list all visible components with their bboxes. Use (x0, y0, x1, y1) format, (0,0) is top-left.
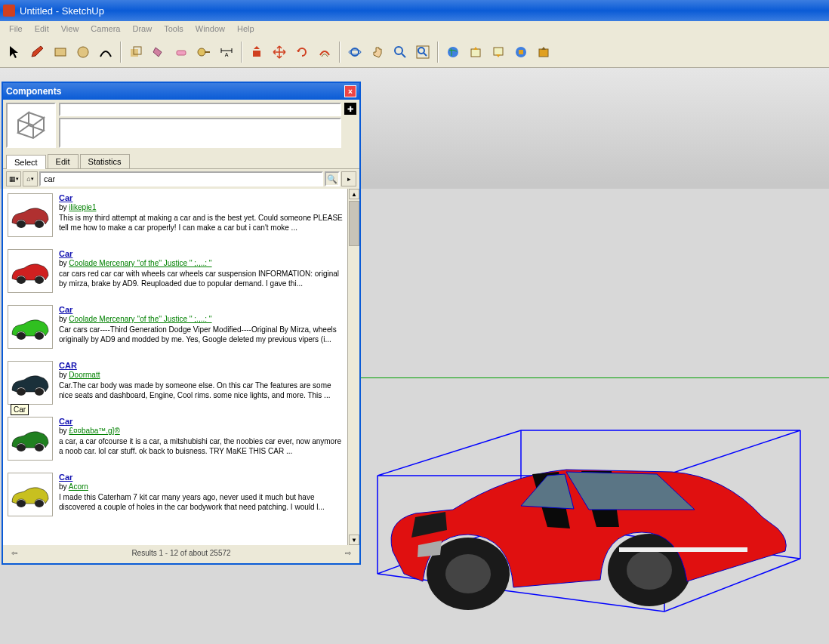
arc-tool[interactable] (95, 42, 116, 63)
result-thumb (8, 305, 53, 349)
horizon-axis (361, 377, 829, 378)
svg-rect-15 (494, 48, 503, 55)
components-panel: Components × ✚ SelectEditStatistics ▦▾ ⌂… (2, 82, 361, 565)
menu-help[interactable]: Help (231, 23, 260, 35)
push-pull-tool[interactable] (246, 42, 267, 63)
panel-preview: ✚ (3, 100, 359, 151)
result-item[interactable]: Carby AcornI made this Caterham 7 kit ca… (3, 468, 347, 524)
result-item[interactable]: Carby ilikepie1This is my third attempt … (3, 189, 347, 245)
share-model-tool[interactable] (488, 42, 509, 63)
panel-tabs: SelectEditStatistics (3, 151, 359, 169)
result-title-link[interactable]: Car (59, 249, 72, 258)
component-name-input[interactable] (59, 103, 341, 116)
svg-point-28 (17, 332, 26, 340)
add-location-tool[interactable] (442, 42, 464, 63)
result-author-link[interactable]: ilikepie1 (69, 203, 96, 211)
result-author-link[interactable]: £¤¤baba™.g]® (69, 427, 119, 435)
expand-button[interactable]: ✚ (344, 103, 356, 115)
result-title-link[interactable]: CAR (59, 361, 77, 370)
svg-rect-4 (177, 51, 186, 55)
svg-point-5 (198, 48, 205, 56)
result-byline: by Acorn (59, 482, 88, 491)
menu-edit[interactable]: Edit (29, 23, 55, 35)
result-thumb (8, 417, 53, 461)
result-byline: by Coolade Mercenary ''of the'' Justice … (59, 315, 212, 323)
result-author-link[interactable]: Coolade Mercenary ''of the'' Justice '' … (69, 259, 211, 267)
scroll-thumb[interactable] (349, 201, 359, 246)
tape-measure-tool[interactable] (193, 42, 214, 63)
search-input[interactable] (39, 171, 323, 186)
result-title-link[interactable]: Car (59, 193, 72, 202)
tab-statistics[interactable]: Statistics (80, 154, 130, 168)
results-count: Results 1 - 12 of about 25572 (131, 549, 230, 557)
extension-tool[interactable] (510, 42, 532, 63)
result-description: car cars red car car with wheels car whe… (59, 269, 343, 288)
get-models-tool[interactable] (465, 42, 486, 63)
titlebar: Untitled - SketchUp (0, 0, 829, 21)
component-desc-input[interactable] (59, 118, 341, 148)
prev-page-arrow[interactable]: ⇦ (9, 547, 20, 558)
orbit-tool[interactable] (344, 42, 365, 63)
result-author-link[interactable]: Doormatt (69, 371, 100, 379)
tab-select[interactable]: Select (6, 155, 46, 169)
pan-tool[interactable] (367, 42, 388, 63)
search-button[interactable]: 🔍 (325, 171, 340, 186)
result-title-link[interactable]: Car (59, 305, 72, 314)
dimension-tool[interactable]: A (216, 42, 237, 63)
paint-bucket-tool[interactable] (148, 42, 169, 63)
rotate-tool[interactable] (291, 42, 313, 63)
svg-rect-2 (131, 49, 138, 57)
circle-tool[interactable] (72, 42, 94, 63)
result-byline: by ilikepie1 (59, 203, 96, 211)
menu-draw[interactable]: Draw (126, 23, 158, 35)
panel-title: Components (6, 86, 61, 97)
menu-view[interactable]: View (55, 23, 85, 35)
preview-thumbnail (6, 103, 56, 148)
make-component-tool[interactable] (125, 42, 146, 63)
menu-file[interactable]: File (3, 23, 29, 35)
zoom-extents-tool[interactable] (412, 42, 433, 63)
toolbar: A (0, 36, 829, 68)
result-description: a car, a car ofcourse it is a car, a mit… (59, 436, 343, 456)
window-title: Untitled - SketchUp (20, 5, 104, 17)
tab-edit[interactable]: Edit (48, 154, 79, 168)
result-description: I made this Caterham 7 kit car many year… (59, 492, 343, 512)
result-title-link[interactable]: Car (59, 417, 72, 426)
view-mode-button[interactable]: ▦▾ (6, 171, 21, 186)
zoom-tool[interactable] (390, 42, 411, 63)
result-title-link[interactable]: Car (59, 473, 72, 482)
rectangle-tool[interactable] (50, 42, 71, 63)
panel-close-button[interactable]: × (344, 85, 356, 97)
svg-point-26 (17, 276, 26, 284)
pencil-tool[interactable] (27, 42, 48, 63)
results-list: Carby ilikepie1This is my third attempt … (3, 189, 347, 545)
svg-point-32 (17, 444, 26, 451)
offset-tool[interactable] (314, 42, 335, 63)
search-options-button[interactable]: ▸ (341, 171, 356, 186)
result-item[interactable]: Carby Coolade Mercenary ''of the'' Justi… (3, 245, 347, 300)
select-tool[interactable] (5, 42, 26, 63)
eraser-tool[interactable] (171, 42, 192, 63)
move-tool[interactable] (269, 42, 290, 63)
menu-tools[interactable]: Tools (158, 23, 190, 35)
result-item[interactable]: Carby Coolade Mercenary ''of the'' Justi… (3, 300, 347, 356)
google-earth-tool[interactable] (533, 42, 554, 63)
scroll-up-arrow[interactable]: ▲ (349, 189, 359, 199)
result-author-link[interactable]: Acorn (69, 482, 88, 491)
menu-window[interactable]: Window (190, 23, 231, 35)
result-item[interactable]: Carby £¤¤baba™.g]®a car, a car ofcourse … (3, 412, 347, 468)
result-byline: by £¤¤baba™.g]® (59, 427, 120, 435)
results-scrollbar[interactable]: ▲ ▼ (347, 189, 359, 545)
svg-point-25 (35, 220, 44, 228)
svg-point-31 (35, 388, 44, 396)
panel-header[interactable]: Components × (3, 83, 359, 100)
result-item[interactable]: CARby DoormattCar.The car body was made … (3, 356, 347, 412)
svg-point-29 (35, 332, 44, 340)
result-author-link[interactable]: Coolade Mercenary ''of the'' Justice '' … (69, 315, 211, 323)
svg-point-30 (17, 388, 26, 396)
menu-camera[interactable]: Camera (85, 23, 126, 35)
next-page-arrow[interactable]: ⇨ (343, 547, 353, 558)
svg-point-24 (17, 220, 26, 228)
scroll-down-arrow[interactable]: ▼ (349, 535, 359, 545)
home-button[interactable]: ⌂▾ (23, 171, 38, 186)
